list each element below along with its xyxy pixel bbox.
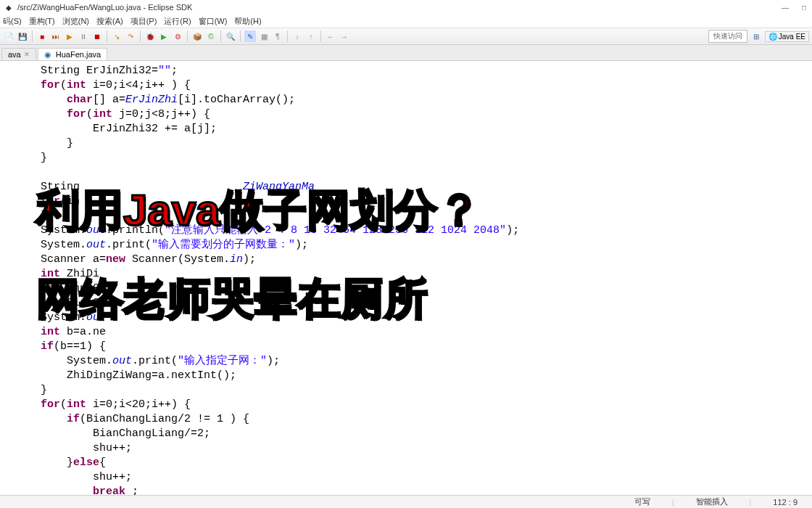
resume-icon[interactable]: ▶ [64, 30, 75, 42]
menu-source[interactable]: 码(S) [3, 16, 22, 27]
status-cursor-pos: 112 : 9 [773, 498, 798, 507]
java-file-icon: ◉ [44, 50, 53, 59]
statusbar: 可写 | 智能插入 | 112 : 9 [0, 495, 812, 508]
show-whitespace-icon[interactable]: ¶ [272, 30, 283, 42]
toggle-mark-icon[interactable]: ✎ [244, 30, 256, 42]
menu-refactor[interactable]: 重构(T) [29, 16, 55, 27]
minimize-button[interactable]: — [780, 2, 790, 12]
stop-icon[interactable]: ■ [36, 30, 48, 42]
back-icon[interactable]: ← [325, 30, 336, 42]
skip-icon[interactable]: ⏭ [50, 30, 62, 42]
new-package-icon[interactable]: 📦 [191, 30, 203, 42]
pause-icon[interactable]: ⏸ [78, 30, 89, 42]
menubar: 码(S) 重构(T) 浏览(N) 搜索(A) 项目(P) 运行(R) 窗口(W)… [0, 15, 812, 28]
menu-run[interactable]: 运行(R) [164, 16, 191, 27]
new-class-icon[interactable]: © [205, 30, 217, 42]
next-annotation-icon[interactable]: ↓ [291, 30, 303, 42]
step-over-icon[interactable]: ↷ [125, 30, 136, 42]
terminate-icon[interactable]: ⏹ [91, 30, 103, 42]
app-icon: ◆ [3, 1, 14, 13]
run-icon[interactable]: ▶ [158, 30, 170, 42]
quick-access-input[interactable]: 快速访问 [708, 30, 747, 43]
close-icon[interactable]: ✕ [24, 51, 30, 58]
globe-icon: 🌐 [768, 33, 777, 41]
status-insert-mode: 智能插入 [696, 496, 728, 507]
code-editor[interactable]: String ErJinZhi32=""; for(int i=0;i<4;i+… [0, 61, 812, 495]
editor-tabbar: ava ✕ ◉ HuaFen.java [0, 45, 812, 61]
tab-java[interactable]: ava ✕ [1, 48, 36, 60]
step-into-icon[interactable]: ↘ [111, 30, 123, 42]
window-title: /src/ZiWangHuaFen/WangLuo.java - Eclipse… [17, 3, 192, 12]
menu-window[interactable]: 窗口(W) [199, 16, 228, 27]
menu-project[interactable]: 项目(P) [130, 16, 157, 27]
debug-icon[interactable]: 🐞 [144, 30, 156, 42]
open-perspective-icon[interactable]: ⊞ [750, 30, 762, 42]
menu-search[interactable]: 搜索(A) [96, 16, 123, 27]
menu-help[interactable]: 帮助(H) [234, 16, 261, 27]
new-icon[interactable]: 📄 [3, 30, 14, 42]
save-icon[interactable]: 💾 [17, 30, 28, 42]
toggle-block-icon[interactable]: ▦ [258, 30, 270, 42]
ext-tools-icon[interactable]: ⚙ [172, 30, 183, 42]
menu-navigate[interactable]: 浏览(N) [62, 16, 89, 27]
forward-icon[interactable]: → [339, 30, 350, 42]
search-icon[interactable]: 🔍 [225, 30, 236, 42]
toolbar: 📄 💾 ■ ⏭ ▶ ⏸ ⏹ ↘ ↷ 🐞 ▶ ⚙ 📦 © 🔍 ✎ ▦ ¶ ↓ ↑ … [0, 28, 812, 45]
titlebar: ◆ /src/ZiWangHuaFen/WangLuo.java - Eclip… [0, 0, 812, 15]
prev-annotation-icon[interactable]: ↑ [305, 30, 317, 42]
status-writable: 可写 [634, 496, 650, 507]
tab-huafen[interactable]: ◉ HuaFen.java [38, 48, 107, 60]
maximize-button[interactable]: □ [799, 2, 809, 12]
perspective-java-ee[interactable]: 🌐 Java EE [765, 31, 809, 42]
